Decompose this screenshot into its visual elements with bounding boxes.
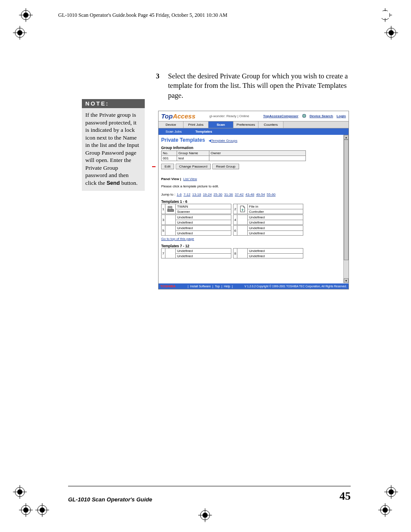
template-cell[interactable]: 3UndefinedUndefined [161, 215, 231, 225]
document-footer: GL-1010 Scan Operator's Guide 45 [68, 486, 351, 503]
template-cell[interactable]: 5UndefinedUndefined [161, 225, 231, 236]
gi-th-no: No. [162, 151, 177, 156]
scroll-down-button[interactable]: ▼ [344, 278, 349, 283]
link-composer[interactable]: TopAccessComposer [263, 114, 299, 118]
subtab-scan-jobs[interactable]: Scan Jobs [159, 128, 189, 135]
tab-counters[interactable]: Counters [258, 121, 283, 128]
subtab-templates[interactable]: Templates [189, 128, 219, 135]
step-text: Select the desired Private Group for whi… [168, 72, 351, 100]
template-number: 7 [161, 248, 165, 258]
content-body: Private Templates ◀Template Groups Group… [159, 135, 349, 283]
link-login[interactable]: Login [336, 114, 346, 118]
footer-link[interactable]: Install Software [190, 285, 211, 288]
scroll-up-button[interactable]: ▲ [344, 135, 349, 140]
template-icon[interactable] [165, 204, 175, 214]
gi-th-owner: Owner [209, 151, 306, 156]
templates-1-6-heading: Templates 1 - 6 [161, 199, 346, 204]
note-body-post: button. [120, 180, 137, 186]
jump-link[interactable]: 7-12 [184, 193, 190, 196]
tab-print-jobs[interactable]: Print Jobs [184, 121, 209, 128]
template-icon[interactable] [237, 204, 247, 214]
gi-no: 001 [162, 156, 177, 161]
template-cell[interactable]: 2File inController [233, 204, 303, 214]
templates-7-12-heading: Templates 7 - 12 [161, 244, 346, 248]
jump-link[interactable]: 43-48 [246, 193, 254, 196]
breadcrumb-link[interactable]: Template Groups [211, 139, 237, 143]
note-body: If the Private group is password protect… [82, 108, 145, 191]
note-body-bold: Send [106, 180, 120, 186]
jump-link[interactable]: 31-36 [224, 193, 233, 196]
gi-owner [209, 156, 306, 161]
template-number: 3 [161, 215, 165, 225]
reg-mark-icon [19, 8, 33, 22]
template-icon[interactable] [165, 225, 175, 236]
page-number: 45 [339, 490, 351, 503]
template-line1: Undefined [175, 248, 231, 253]
template-line2: Undefined [247, 253, 303, 258]
jump-label: Jump to : [161, 193, 175, 196]
footer-link[interactable]: Help [224, 285, 230, 288]
link-device-search[interactable]: Device Search [310, 114, 333, 118]
list-view-link[interactable]: List View [183, 177, 197, 181]
template-number: 4 [233, 215, 237, 225]
reg-mark-icon [384, 485, 398, 499]
footer-links: | Install Software | Top | Help | [187, 285, 233, 288]
footer-link[interactable]: Top [215, 285, 220, 288]
doc-title: GL-1010 Scan Operator's Guide [68, 496, 152, 503]
panel-view-label: Panel View [161, 177, 179, 181]
gi-th-name: Group Name [177, 151, 209, 156]
reset-group-button[interactable]: Reset Group [212, 164, 239, 169]
template-icon[interactable] [165, 215, 175, 225]
note-body-text: If the Private group is password protect… [85, 112, 139, 186]
template-cell[interactable]: 8UndefinedUndefined [233, 248, 303, 258]
template-cell[interactable]: 6UndefinedUndefined [233, 225, 303, 236]
tab-scan[interactable]: Scan [209, 121, 234, 128]
jump-link[interactable]: 19-24 [203, 193, 212, 196]
app-logo: TopAccess [161, 112, 195, 120]
template-icon[interactable] [237, 215, 247, 225]
jump-link[interactable]: 25-30 [214, 193, 222, 196]
device-status: gl-wonder: Ready | Online [209, 114, 249, 118]
jump-to-row: Jump to : 1-6 7-12 13-18 19-24 25-30 31-… [161, 193, 346, 196]
reg-mark-icon [13, 485, 27, 499]
template-line1: Undefined [175, 225, 231, 230]
template-line1: Undefined [175, 215, 231, 220]
app-header: TopAccess gl-wonder: Ready | Online TopA… [159, 111, 349, 121]
reg-mark-icon [198, 508, 212, 522]
template-icon[interactable] [237, 225, 247, 236]
tab-preferences[interactable]: Preferences [234, 121, 258, 128]
reg-mark-icon [35, 503, 49, 517]
template-line2: Undefined [247, 230, 303, 236]
template-icon[interactable] [165, 248, 175, 258]
template-number: 1 [161, 204, 165, 214]
scroll-thumb[interactable] [344, 140, 349, 260]
edit-button[interactable]: Edit [161, 164, 174, 169]
template-cell[interactable]: 7UndefinedUndefined [161, 248, 231, 258]
template-number: 2 [233, 204, 237, 214]
template-cell[interactable]: 4UndefinedUndefined [233, 215, 303, 225]
template-line2: Undefined [175, 230, 231, 236]
main-tabs: Device Print Jobs Scan Preferences Count… [159, 121, 349, 128]
template-cell[interactable]: 1TWAINScanner [161, 204, 231, 214]
template-line1: Undefined [247, 215, 303, 220]
jump-link[interactable]: 1-6 [177, 193, 182, 196]
jump-link[interactable]: 49-54 [256, 193, 265, 196]
template-line2: Undefined [175, 220, 231, 225]
go-to-top-link[interactable]: Go to top of this page [161, 237, 346, 241]
tab-device[interactable]: Device [159, 121, 184, 128]
embedded-screenshot: TopAccess gl-wonder: Ready | Online TopA… [158, 111, 349, 289]
template-line1: TWAIN [175, 204, 231, 209]
jump-link[interactable]: 37-42 [235, 193, 243, 196]
template-icon[interactable] [237, 248, 247, 258]
jump-link[interactable]: 55-60 [267, 193, 275, 196]
jump-link[interactable]: 13-18 [192, 193, 201, 196]
footer-copyright: V 1.2.0.2 Copyright © 1999-2001 TOSHIBA … [245, 285, 347, 288]
footer-brand: TOSHIBA [160, 284, 176, 288]
sub-tabs: Scan Jobs Templates [159, 128, 349, 135]
change-password-button[interactable]: Change Password [176, 164, 211, 169]
reg-mark-icon [378, 503, 392, 517]
gi-name: test [177, 156, 209, 161]
scrollbar[interactable]: ▲ ▼ [343, 135, 349, 283]
globe-icon [302, 114, 306, 119]
template-line1: Undefined [247, 248, 303, 253]
